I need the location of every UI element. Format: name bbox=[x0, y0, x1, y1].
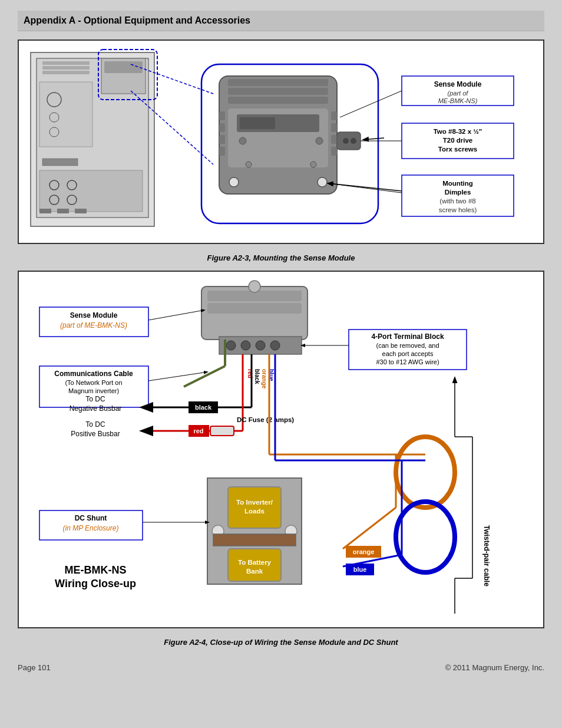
svg-text:red: red bbox=[193, 427, 203, 434]
svg-line-137 bbox=[343, 508, 396, 549]
svg-rect-11 bbox=[42, 159, 78, 166]
svg-text:black: black bbox=[195, 404, 212, 411]
svg-point-47 bbox=[318, 177, 327, 187]
svg-line-147 bbox=[184, 366, 225, 387]
svg-text:Magnum inverter): Magnum inverter) bbox=[68, 387, 119, 394]
svg-text:Negative Busbar: Negative Busbar bbox=[70, 404, 122, 413]
svg-point-32 bbox=[316, 137, 323, 144]
svg-text:Dimples: Dimples bbox=[445, 189, 471, 196]
svg-text:(part of: (part of bbox=[448, 90, 469, 97]
copyright: © 2011 Magnum Energy, Inc. bbox=[445, 663, 544, 672]
svg-text:Wiring Close-up: Wiring Close-up bbox=[55, 578, 136, 589]
svg-rect-3 bbox=[42, 66, 90, 70]
svg-text:screw holes): screw holes) bbox=[439, 206, 477, 213]
svg-rect-68 bbox=[207, 303, 302, 314]
svg-text:ME-BMK-NS): ME-BMK-NS) bbox=[438, 97, 478, 104]
svg-text:Positive Busbar: Positive Busbar bbox=[71, 430, 120, 438]
svg-point-74 bbox=[270, 341, 280, 350]
svg-text:orange: orange bbox=[353, 548, 375, 555]
svg-text:To DC: To DC bbox=[85, 395, 105, 403]
svg-line-89 bbox=[148, 310, 204, 320]
svg-rect-17 bbox=[39, 209, 51, 213]
svg-text:Loads: Loads bbox=[244, 508, 265, 515]
svg-point-71 bbox=[226, 341, 236, 350]
svg-text:Bank: Bank bbox=[246, 568, 263, 575]
figure-a2-4-svg: 4-Port Terminal Block (can be removed, a… bbox=[25, 278, 537, 620]
svg-rect-26 bbox=[228, 88, 328, 95]
svg-text:Communications Cable: Communications Cable bbox=[54, 370, 133, 378]
svg-text:Sense Module: Sense Module bbox=[70, 311, 118, 319]
svg-rect-30 bbox=[240, 117, 275, 129]
figure-a2-4-box: 4-Port Terminal Block (can be removed, a… bbox=[18, 271, 544, 628]
svg-rect-40 bbox=[331, 147, 337, 156]
svg-point-69 bbox=[249, 281, 260, 292]
svg-text:orange: orange bbox=[261, 369, 267, 389]
svg-rect-33 bbox=[219, 111, 225, 120]
svg-rect-25 bbox=[228, 79, 328, 86]
svg-rect-27 bbox=[228, 97, 328, 104]
svg-rect-38 bbox=[331, 123, 337, 132]
svg-text:To Inverter/: To Inverter/ bbox=[236, 499, 273, 506]
svg-text:To DC: To DC bbox=[85, 420, 105, 429]
svg-line-54 bbox=[340, 91, 402, 117]
svg-rect-35 bbox=[219, 135, 225, 144]
svg-point-127 bbox=[396, 502, 455, 572]
svg-text:T20 drive: T20 drive bbox=[443, 137, 473, 144]
svg-text:(with two #8: (with two #8 bbox=[439, 197, 475, 205]
svg-rect-6 bbox=[104, 61, 143, 73]
svg-text:each port accepts: each port accepts bbox=[382, 350, 434, 357]
svg-rect-18 bbox=[57, 209, 69, 213]
svg-text:DC Shunt: DC Shunt bbox=[75, 514, 107, 522]
svg-rect-12 bbox=[39, 170, 143, 212]
svg-text:(in MP Enclosure): (in MP Enclosure) bbox=[63, 524, 119, 532]
svg-rect-36 bbox=[219, 147, 225, 156]
svg-rect-106 bbox=[210, 426, 234, 436]
svg-text:#30 to #12 AWG wire): #30 to #12 AWG wire) bbox=[376, 358, 439, 365]
page-header: Appendix A - Optional Equipment and Acce… bbox=[18, 11, 544, 31]
svg-text:Mounting: Mounting bbox=[442, 180, 473, 187]
svg-point-31 bbox=[239, 137, 246, 144]
svg-point-73 bbox=[256, 341, 265, 350]
figure-a2-3-svg: Sense Module (part of ME-BMK-NS) Two #8-… bbox=[25, 47, 537, 235]
svg-text:Two #8-32 x ½": Two #8-32 x ½" bbox=[434, 128, 482, 135]
page: Appendix A - Optional Equipment and Acce… bbox=[0, 0, 562, 728]
svg-point-72 bbox=[241, 341, 250, 350]
svg-rect-116 bbox=[213, 534, 296, 546]
svg-text:4-Port Terminal Block: 4-Port Terminal Block bbox=[371, 332, 444, 341]
svg-point-126 bbox=[396, 437, 455, 508]
svg-rect-19 bbox=[75, 209, 87, 213]
svg-text:Twisted-pair cable: Twisted-pair cable bbox=[482, 525, 491, 587]
svg-text:Torx screws: Torx screws bbox=[438, 146, 477, 153]
page-footer: Page 101 © 2011 Magnum Energy, Inc. bbox=[18, 663, 544, 672]
svg-text:black: black bbox=[254, 369, 260, 384]
svg-text:Sense Module: Sense Module bbox=[434, 80, 482, 88]
svg-text:To Battery: To Battery bbox=[238, 559, 272, 566]
figure-a2-4-caption: Figure A2-4, Close-up of Wiring the Sens… bbox=[18, 638, 544, 647]
svg-point-42 bbox=[343, 138, 349, 144]
svg-rect-37 bbox=[331, 111, 337, 120]
svg-rect-4 bbox=[42, 71, 90, 74]
svg-rect-34 bbox=[219, 123, 225, 132]
svg-text:blue: blue bbox=[353, 566, 367, 573]
svg-point-44 bbox=[246, 162, 252, 167]
svg-point-43 bbox=[351, 138, 356, 144]
svg-rect-2 bbox=[42, 61, 90, 65]
page-number: Page 101 bbox=[18, 663, 51, 672]
svg-text:DC Fuse (2 amps): DC Fuse (2 amps) bbox=[237, 416, 294, 423]
page-title: Appendix A - Optional Equipment and Acce… bbox=[24, 15, 538, 26]
svg-text:(To Network Port on: (To Network Port on bbox=[65, 379, 122, 386]
svg-text:(can be removed, and: (can be removed, and bbox=[376, 342, 439, 349]
svg-rect-7 bbox=[39, 82, 92, 147]
svg-line-48 bbox=[363, 138, 384, 140]
svg-line-65 bbox=[328, 183, 402, 193]
figure-a2-3-caption: Figure A2-3, Mounting the Sense Module bbox=[18, 253, 544, 262]
figure-a2-3-box: Sense Module (part of ME-BMK-NS) Two #8-… bbox=[18, 39, 544, 244]
svg-point-46 bbox=[229, 177, 239, 187]
svg-text:(part of ME-BMK-NS): (part of ME-BMK-NS) bbox=[60, 321, 127, 330]
svg-rect-39 bbox=[331, 135, 337, 144]
svg-text:ME-BMK-NS: ME-BMK-NS bbox=[65, 564, 127, 576]
svg-point-45 bbox=[310, 162, 316, 167]
